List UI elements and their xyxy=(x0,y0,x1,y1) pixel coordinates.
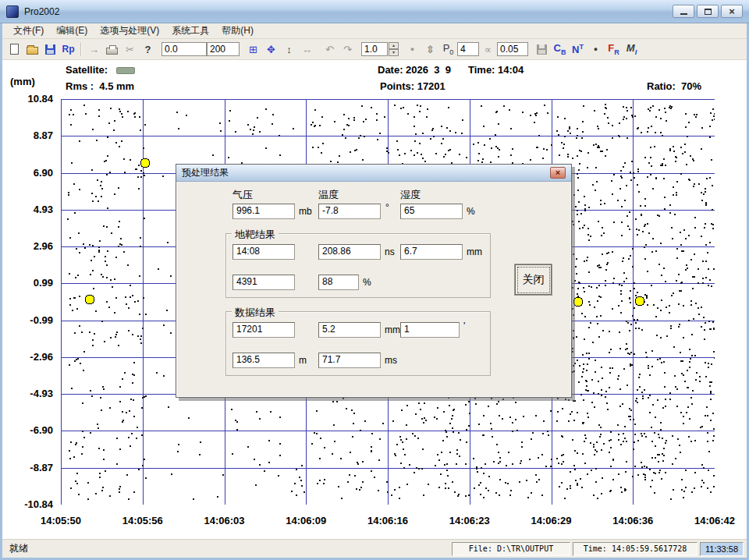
minimize-button[interactable] xyxy=(673,5,694,18)
x-tick-label: 14:06:23 xyxy=(449,515,490,526)
dialog-close-icon[interactable]: × xyxy=(550,167,566,179)
target-ns-unit: ns xyxy=(385,246,395,257)
close-button[interactable]: × xyxy=(721,5,743,18)
help-button[interactable]: ? xyxy=(139,41,157,58)
x-tick-label: 14:06:36 xyxy=(612,515,653,526)
zoom-spinner[interactable]: ▴ ▾ xyxy=(389,42,399,56)
yellow-marker[interactable] xyxy=(85,295,94,304)
spinner-up-icon[interactable]: ▴ xyxy=(389,42,399,49)
cut-button[interactable]: ✂ xyxy=(121,41,139,58)
print-button[interactable] xyxy=(103,41,121,58)
open-file-button[interactable] xyxy=(23,41,41,58)
y-tick-label: 10.84 xyxy=(27,93,53,105)
status-file-panel: File: D:\TR\OUTPUT xyxy=(452,542,570,556)
target-count-field[interactable]: 4391 xyxy=(233,275,295,290)
menu-help[interactable]: 帮助(H) xyxy=(215,23,260,39)
new-file-button[interactable] xyxy=(5,41,23,58)
mi-icon: MI xyxy=(627,43,637,56)
zoom-input[interactable] xyxy=(361,42,388,56)
target-pct-field[interactable]: 88 xyxy=(318,275,359,290)
data-count-field[interactable]: 17201 xyxy=(233,322,295,338)
menu-edit[interactable]: 编辑(E) xyxy=(50,23,94,39)
undo-button[interactable]: ↶ xyxy=(321,41,339,58)
y-axis-unit: (mm) xyxy=(10,76,35,87)
humidity-field[interactable]: 65 xyxy=(400,204,463,219)
data-mm-field[interactable]: 5.2 xyxy=(318,322,381,338)
dialog-titlebar[interactable]: 预处理结果 × xyxy=(176,165,571,182)
x-tick-label: 14:06:16 xyxy=(367,515,408,526)
offset-input[interactable] xyxy=(162,42,207,56)
fit-view-button[interactable]: ⊞ xyxy=(244,41,262,58)
satellite-led xyxy=(116,67,135,74)
date-text: Date: 2026 3 9 xyxy=(378,64,451,76)
yellow-marker[interactable] xyxy=(635,296,644,306)
nt-icon: NT xyxy=(572,44,584,55)
vertical-scale-button[interactable]: ↕ xyxy=(280,41,298,58)
menu-system-tools[interactable]: 系统工具 xyxy=(165,23,215,39)
cb-mode-button[interactable]: CB xyxy=(551,41,569,58)
x-tick-label: 14:05:56 xyxy=(122,515,163,526)
black-dot-button[interactable]: ● xyxy=(587,41,605,58)
points-text: Points: 17201 xyxy=(380,80,445,92)
nt-mode-button[interactable]: NT xyxy=(569,41,587,58)
temperature-unit: ° xyxy=(385,202,389,213)
spinner-down-icon[interactable]: ▾ xyxy=(389,49,399,56)
point-style-button[interactable]: ● xyxy=(403,41,421,58)
undo-icon: ↶ xyxy=(325,44,334,55)
titlebar[interactable]: Pro2002 × xyxy=(0,0,749,23)
time-text: Time: 14:04 xyxy=(468,64,524,76)
satellite-label: Satellite: xyxy=(66,64,108,76)
maximize-button[interactable] xyxy=(697,5,719,18)
data-ms-unit: ms xyxy=(385,355,397,366)
fr-mode-button[interactable]: FR xyxy=(605,41,623,58)
humidity-label: 湿度 xyxy=(400,188,421,202)
y-tick-label: 4.93 xyxy=(34,204,53,215)
ratio-text: Ratio: 70% xyxy=(647,80,701,92)
app-icon xyxy=(6,5,19,18)
vertical-expand-button[interactable]: ⇕ xyxy=(421,41,439,58)
forward-button[interactable]: → xyxy=(85,41,103,58)
yellow-marker[interactable] xyxy=(140,158,150,168)
forward-arrow-icon: → xyxy=(89,44,99,55)
y-tick-label: -8.87 xyxy=(30,462,53,473)
data-m-field[interactable]: 136.5 xyxy=(233,353,295,368)
black-dot-icon: ● xyxy=(594,46,598,53)
p0-icon: P0 xyxy=(443,43,454,56)
rp-label: Rp xyxy=(62,44,75,55)
horizontal-scale-icon: ↔ xyxy=(302,44,312,55)
save-results-button[interactable] xyxy=(533,41,551,58)
mi-mode-button[interactable]: MI xyxy=(623,41,641,58)
x-tick-label: 14:06:42 xyxy=(694,515,735,526)
target-mm-field[interactable]: 6.7 xyxy=(400,244,463,260)
maximize-icon xyxy=(705,9,712,15)
yellow-marker[interactable] xyxy=(573,297,583,307)
redo-icon: ↷ xyxy=(343,44,352,55)
status-time-panel: Time: 14:05:59.5617728 xyxy=(573,542,698,556)
pressure-field[interactable]: 996.1 xyxy=(233,204,295,219)
range-input[interactable] xyxy=(207,42,240,56)
save-button[interactable] xyxy=(41,41,59,58)
horizontal-scale-button[interactable]: ↔ xyxy=(298,41,316,58)
scissors-icon: ✂ xyxy=(126,44,134,55)
menu-options-processing[interactable]: 选项与处理(V) xyxy=(94,23,165,39)
data-m-unit: m xyxy=(299,355,307,366)
p-count-input[interactable] xyxy=(457,42,479,56)
printer-icon xyxy=(106,48,118,55)
dialog-close-action-button[interactable]: 关闭 xyxy=(515,264,552,295)
pan-button[interactable]: ✥ xyxy=(262,41,280,58)
redo-button[interactable]: ↷ xyxy=(339,41,357,58)
threshold-input[interactable] xyxy=(497,42,528,56)
data-ms-field[interactable]: 71.7 xyxy=(318,353,381,368)
app-window: Pro2002 × 文件(F) 编辑(E) 选项与处理(V) 系统工具 帮助(H… xyxy=(0,0,749,560)
rp-button[interactable]: Rp xyxy=(59,41,77,58)
target-time-field[interactable]: 14:08 xyxy=(233,244,295,260)
proportional-button[interactable]: ∝ xyxy=(479,41,497,58)
temperature-field[interactable]: -7.8 xyxy=(318,204,381,219)
data-arc-field[interactable]: 1 xyxy=(400,322,460,338)
target-ns-field[interactable]: 208.86 xyxy=(318,244,381,260)
menu-file[interactable]: 文件(F) xyxy=(7,23,50,39)
fit-view-icon: ⊞ xyxy=(249,44,257,55)
p0-button[interactable]: P0 xyxy=(439,41,457,58)
target-group-label: 地靶结果 xyxy=(232,228,279,242)
y-tick-label: 0.99 xyxy=(34,277,53,289)
